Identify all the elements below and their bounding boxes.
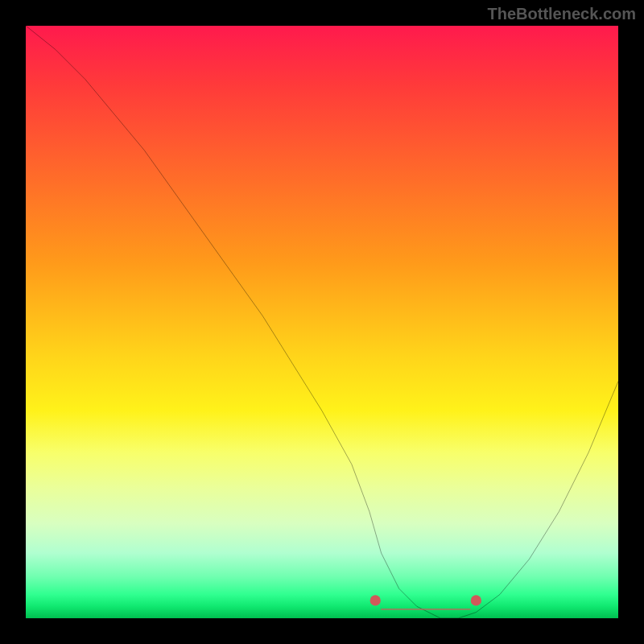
chart-container: TheBottleneck.com	[0, 0, 644, 644]
bottleneck-curve-path	[26, 26, 618, 618]
plot-area	[26, 26, 618, 618]
curve-svg	[26, 26, 618, 618]
watermark-text: TheBottleneck.com	[488, 5, 636, 23]
flat-end-dot	[471, 595, 481, 605]
flat-start-dot	[370, 595, 381, 605]
